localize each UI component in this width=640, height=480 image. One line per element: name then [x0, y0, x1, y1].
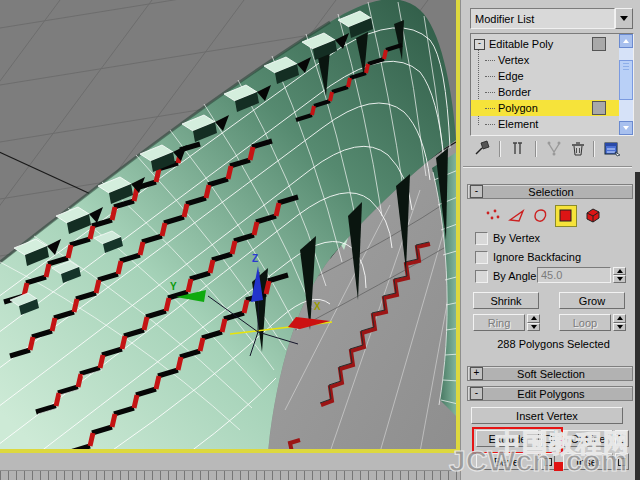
by-vertex-checkbox[interactable]	[475, 232, 488, 245]
insert-vertex-button[interactable]: Insert Vertex	[471, 407, 623, 424]
spinner-down-icon	[531, 325, 537, 329]
chevron-down-icon	[620, 16, 628, 21]
stack-toolbar	[461, 140, 640, 160]
polygon-mode-icon-active[interactable]	[555, 205, 577, 227]
gizmo-z-label: Z	[252, 253, 258, 264]
stack-root-label: Editable Poly	[489, 38, 553, 50]
soft-selection-rollout-header[interactable]: + Soft Selection	[467, 366, 633, 381]
tree-collapse-icon[interactable]: -	[474, 39, 485, 50]
divider	[463, 166, 632, 168]
expand-icon[interactable]: +	[470, 367, 483, 380]
loop-button[interactable]: Loop	[559, 314, 611, 331]
ignore-backfacing-label: Ignore Backfacing	[493, 251, 581, 263]
spinner-down-icon	[617, 325, 623, 329]
settings-box-icon	[544, 458, 552, 466]
arrow-down-icon	[623, 126, 629, 130]
stack-row-polygon-selected[interactable]: Polygon	[471, 100, 619, 116]
settings-box-icon	[618, 458, 626, 466]
by-vertex-label: By Vertex	[493, 232, 540, 244]
settings-box-icon	[544, 435, 552, 443]
remove-modifier-icon[interactable]	[569, 140, 589, 158]
viewport-3d-scene: Y Z X	[0, 0, 456, 449]
stack-row-element[interactable]: Element	[471, 116, 619, 132]
selection-status: 288 Polygons Selected	[475, 338, 632, 350]
modifier-list-value[interactable]: Modifier List	[470, 8, 615, 29]
extrude-button[interactable]: Extrude	[476, 430, 539, 447]
by-angle-checkbox[interactable]	[475, 270, 488, 283]
extrude-settings-button[interactable]	[541, 430, 555, 447]
bevel-settings-button[interactable]	[541, 453, 555, 470]
inset-button[interactable]: Inset	[563, 453, 613, 470]
show-end-result-icon[interactable]	[509, 140, 529, 158]
subobject-buttons	[461, 204, 640, 228]
grow-button[interactable]: Grow	[559, 292, 625, 309]
outline-button[interactable]: Outline	[563, 430, 613, 447]
gizmo-y-label: Y	[170, 281, 177, 292]
selection-rollout-header[interactable]: - Selection	[467, 184, 633, 199]
ring-button[interactable]: Ring	[473, 314, 525, 331]
collapse-icon[interactable]: -	[470, 387, 483, 400]
panel-scrollbar[interactable]	[635, 172, 640, 480]
perspective-viewport[interactable]: Y Z X	[0, 0, 460, 453]
loop-spinner[interactable]	[613, 314, 626, 331]
shrink-button[interactable]: Shrink	[473, 292, 539, 309]
bevel-button[interactable]: Bevel	[476, 453, 539, 470]
scroll-down-button[interactable]	[619, 121, 633, 135]
by-angle-label: By Angle:	[493, 270, 539, 282]
pin-stack-icon[interactable]	[473, 140, 493, 158]
command-panel: Modifier List - Editable Poly Vertex Edg…	[460, 0, 640, 480]
track-bar[interactable]	[0, 470, 460, 480]
make-unique-icon[interactable]	[545, 140, 565, 158]
edge-mode-icon[interactable]	[507, 207, 527, 227]
by-angle-input[interactable]	[537, 267, 611, 283]
stack-row-border[interactable]: Border	[471, 84, 619, 100]
rollout-title: Soft Selection	[483, 368, 619, 380]
dropdown-button[interactable]	[615, 8, 633, 29]
scroll-up-button[interactable]	[619, 34, 633, 48]
subobject-indicator-icon	[592, 101, 606, 115]
spinner-up-icon	[531, 316, 537, 320]
spinner-up-icon	[617, 316, 623, 320]
element-mode-icon[interactable]	[583, 206, 603, 226]
by-angle-spinner[interactable]	[613, 267, 626, 283]
settings-box-icon	[618, 435, 626, 443]
ring-spinner[interactable]	[527, 314, 540, 331]
spinner-up-icon	[617, 269, 623, 273]
configure-modifier-sets-icon[interactable]	[603, 140, 623, 158]
spinner-down-icon	[617, 277, 623, 281]
modifier-stack: - Editable Poly Vertex Edge Border Polyg…	[470, 33, 634, 136]
outline-settings-button[interactable]	[615, 430, 629, 447]
edit-polygons-rollout-header[interactable]: - Edit Polygons	[467, 386, 633, 401]
modifier-list-dropdown[interactable]: Modifier List	[470, 8, 633, 29]
arrow-up-icon	[623, 39, 629, 43]
gizmo-x-label: X	[314, 301, 321, 312]
collapse-icon[interactable]: -	[470, 185, 483, 198]
subobject-indicator-icon	[592, 37, 606, 51]
stack-scrollbar[interactable]	[619, 34, 633, 135]
status-strip	[0, 453, 460, 480]
stack-row-vertex[interactable]: Vertex	[471, 52, 619, 68]
border-mode-icon[interactable]	[531, 207, 551, 227]
rollout-title: Edit Polygons	[483, 388, 619, 400]
inset-settings-button[interactable]	[615, 453, 629, 470]
stack-row-editable-poly[interactable]: - Editable Poly	[471, 36, 619, 52]
vertex-mode-icon[interactable]	[483, 207, 503, 227]
rollout-title: Selection	[483, 186, 619, 198]
scrollbar-thumb[interactable]	[619, 60, 633, 100]
ignore-backfacing-checkbox[interactable]	[475, 251, 488, 264]
3dsmax-screenshot: Y Z X Modifier List - Editable Poly Ver	[0, 0, 640, 480]
stack-row-edge[interactable]: Edge	[471, 68, 619, 84]
